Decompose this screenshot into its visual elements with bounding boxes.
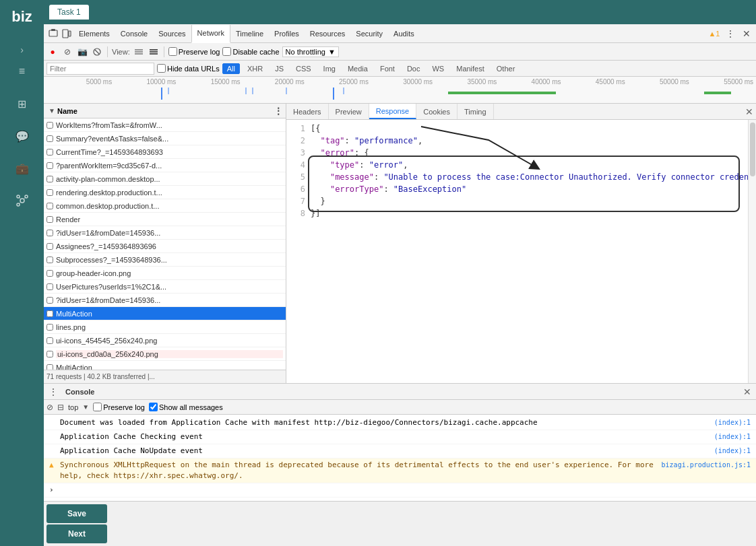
filter-type-doc[interactable]: Doc — [402, 63, 425, 74]
row-checkbox[interactable] — [46, 310, 56, 317]
console-stop-icon[interactable]: ⊘ — [46, 403, 53, 412]
row-checkbox[interactable] — [46, 230, 56, 236]
network-row[interactable]: Assignees?_=1459364893696 — [44, 240, 286, 253]
row-checkbox[interactable] — [46, 297, 56, 304]
filter-type-js[interactable]: JS — [270, 63, 288, 74]
app-tab-task1[interactable]: Task 1 — [49, 5, 89, 20]
menu-security[interactable]: Security — [350, 24, 388, 42]
network-row[interactable]: lines.png — [44, 320, 286, 334]
tab-preview[interactable]: Preview — [329, 104, 369, 119]
filter-type-xhr[interactable]: XHR — [243, 63, 267, 74]
collapse-column-btn[interactable]: ▼ — [46, 104, 57, 118]
menu-profiles[interactable]: Profiles — [269, 24, 305, 42]
sidebar-icon-briefcase[interactable]: 💼 — [9, 155, 36, 182]
tab-headers[interactable]: Headers — [286, 104, 329, 119]
menu-resources[interactable]: Resources — [305, 24, 351, 42]
list-view-button[interactable] — [133, 46, 145, 58]
tab-response[interactable]: Response — [369, 104, 417, 119]
sidebar-icon-nodes[interactable] — [9, 187, 36, 214]
hide-data-urls-input[interactable] — [157, 64, 166, 73]
network-row[interactable]: group-header-icon.png — [44, 267, 286, 280]
record-button[interactable]: ● — [46, 46, 59, 58]
row-checkbox[interactable] — [46, 283, 56, 290]
network-row[interactable]: ?idUser=1&fromDate=145936... — [44, 294, 286, 307]
row-checkbox[interactable] — [46, 162, 56, 169]
network-list-body[interactable]: WorkItems?fromTask=&fromW... Summary?eve… — [44, 118, 286, 370]
row-checkbox[interactable] — [46, 257, 56, 263]
network-row-multiaction-selected[interactable]: MultiAction — [44, 307, 286, 320]
preserve-log-input[interactable] — [168, 47, 177, 56]
filter-type-other[interactable]: Other — [492, 63, 520, 74]
disable-cache-input[interactable] — [222, 47, 231, 56]
throttle-select[interactable]: No throttling ▼ — [282, 46, 339, 57]
row-checkbox[interactable] — [46, 216, 56, 223]
console-top-label[interactable]: top — [68, 403, 78, 411]
row-checkbox[interactable] — [46, 135, 56, 142]
filter-type-img[interactable]: Img — [319, 63, 340, 74]
column-options-icon[interactable]: ⋮ — [274, 106, 283, 116]
network-row[interactable]: UserPictures?userIds=1%2C1&... — [44, 280, 286, 294]
network-row[interactable]: MultiAction — [44, 361, 286, 370]
network-row[interactable]: activity-plan-common.desktop... — [44, 172, 286, 186]
save-button[interactable]: Save — [46, 504, 107, 523]
row-checkbox[interactable] — [46, 364, 56, 370]
network-row[interactable]: CurrentTime?_=1459364893693 — [44, 145, 286, 159]
console-preserve-log-input[interactable] — [93, 403, 102, 411]
network-row[interactable]: Summary?eventAsTasks=false&... — [44, 132, 286, 145]
hide-data-urls-checkbox[interactable]: Hide data URLs — [157, 64, 220, 73]
row-checkbox[interactable] — [46, 122, 56, 129]
network-row[interactable]: ?parentWorkItem=9cd35c67-d... — [44, 159, 286, 172]
sidebar-icon-chat[interactable]: 💬 — [9, 123, 36, 149]
capture-screenshot-button[interactable]: 📷 — [76, 46, 88, 58]
row-checkbox[interactable] — [46, 337, 56, 344]
menu-timeline[interactable]: Timeline — [230, 24, 269, 42]
network-row[interactable]: WorkItems?fromTask=&fromW... — [44, 118, 286, 132]
detail-scrollbar[interactable] — [748, 120, 756, 383]
network-row[interactable]: common.desktop.production.t... — [44, 199, 286, 213]
console-show-all-checkbox[interactable]: Show all messages — [149, 403, 223, 411]
menu-network[interactable]: Network — [191, 25, 230, 43]
row-checkbox[interactable] — [46, 243, 56, 250]
network-row[interactable]: ui-icons_cd0a0a_256x240.png — [44, 347, 286, 361]
network-row[interactable]: ui-icons_454545_256x240.png — [44, 334, 286, 347]
menu-console[interactable]: Console — [115, 24, 153, 42]
log-source-link[interactable]: (index):1 — [714, 432, 751, 442]
filter-type-manifest[interactable]: Manifest — [451, 63, 489, 74]
filter-input[interactable] — [46, 63, 154, 75]
preserve-log-checkbox[interactable]: Preserve log — [168, 47, 220, 56]
console-show-all-input[interactable] — [149, 403, 158, 411]
console-preserve-log-checkbox[interactable]: Preserve log — [93, 403, 145, 411]
close-devtools-icon[interactable]: ✕ — [740, 27, 753, 40]
row-checkbox[interactable] — [46, 149, 56, 156]
filter-type-font[interactable]: Font — [375, 63, 400, 74]
scrollbar-thumb[interactable] — [750, 123, 755, 176]
row-checkbox[interactable] — [46, 189, 56, 196]
menu-audits[interactable]: Audits — [388, 24, 420, 42]
sidebar-icon-list[interactable]: ≡ — [9, 58, 36, 85]
network-row[interactable]: Subprocesses?_=14593648936... — [44, 253, 286, 267]
console-close-button[interactable]: ✕ — [741, 386, 753, 398]
warning-badge[interactable]: ▲1 — [707, 27, 721, 40]
filter-type-all[interactable]: All — [222, 63, 240, 74]
log-source-link[interactable]: (index):1 — [714, 417, 751, 428]
row-checkbox[interactable] — [46, 176, 56, 182]
log-source-link[interactable]: (index):1 — [714, 446, 751, 456]
row-checkbox[interactable] — [46, 324, 56, 331]
expand-icon[interactable]: › — [20, 44, 24, 55]
log-source-link[interactable]: bizagi.production.js:1 — [662, 460, 751, 471]
menu-elements[interactable]: Elements — [73, 24, 115, 42]
network-row[interactable]: rendering.desktop.production.t... — [44, 186, 286, 199]
row-checkbox[interactable] — [46, 270, 56, 277]
close-detail-button[interactable]: ✕ — [743, 104, 756, 120]
network-row[interactable]: ?idUser=1&fromDate=145936... — [44, 226, 286, 240]
console-menu-icon[interactable]: ⋮ — [46, 385, 60, 399]
network-row[interactable]: Render — [44, 213, 286, 226]
disable-cache-checkbox[interactable]: Disable cache — [222, 47, 279, 56]
filter-type-ws[interactable]: WS — [427, 63, 449, 74]
filter-type-media[interactable]: Media — [343, 63, 373, 74]
sidebar-icon-grid[interactable]: ⊞ — [9, 90, 36, 117]
devtools-screenshot-icon[interactable] — [46, 27, 60, 40]
console-top-dropdown[interactable]: ▼ — [82, 403, 89, 411]
filter-type-css[interactable]: CSS — [291, 63, 316, 74]
console-filter-icon[interactable]: ⊟ — [57, 403, 64, 412]
